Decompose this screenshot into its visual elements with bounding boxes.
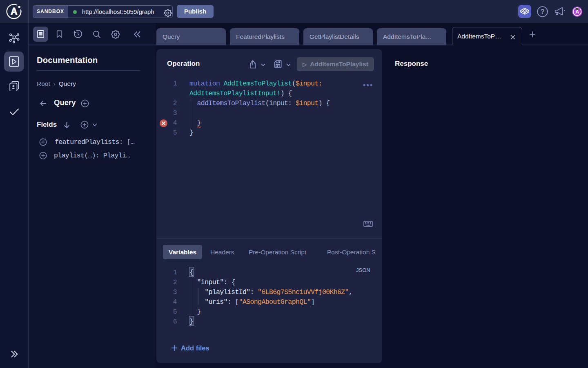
svg-text:?: ?: [540, 8, 544, 15]
svg-text:A: A: [11, 6, 18, 17]
